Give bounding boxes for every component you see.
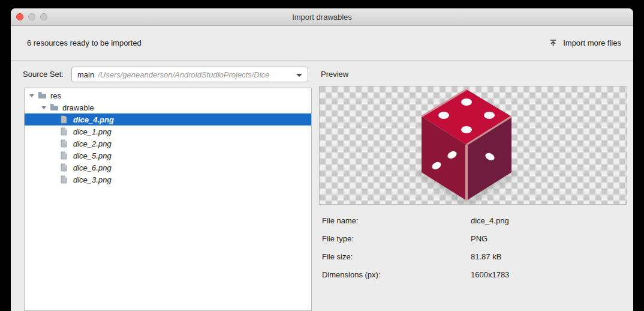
resources-status-text: 6 resources ready to be imported bbox=[27, 38, 142, 47]
image-preview-panel bbox=[319, 86, 627, 205]
tree-item-dice-2[interactable]: dice_2.png bbox=[25, 137, 311, 149]
tree-item-label: dice_4.png bbox=[73, 115, 114, 124]
folder-icon bbox=[50, 103, 59, 112]
chevron-down-icon bbox=[296, 74, 302, 77]
file-icon bbox=[61, 151, 70, 160]
file-size-value: 81.87 kB bbox=[471, 252, 501, 261]
source-set-selected-name: main bbox=[77, 70, 94, 79]
tree-item-dice-6[interactable]: dice_6.png bbox=[25, 162, 311, 174]
file-name-value: dice_4.png bbox=[471, 216, 509, 225]
dice-preview-image bbox=[414, 86, 519, 205]
import-more-files-label: Import more files bbox=[563, 38, 621, 47]
file-type-label: File type: bbox=[322, 234, 471, 243]
header-row: 6 resources ready to be imported Import … bbox=[11, 26, 633, 61]
tree-item-res[interactable]: res bbox=[25, 89, 311, 101]
import-arrow-up-icon bbox=[549, 39, 557, 47]
file-info-row: File size: 81.87 kB bbox=[322, 247, 622, 265]
folder-icon bbox=[38, 91, 47, 100]
file-icon bbox=[61, 175, 70, 184]
file-size-label: File size: bbox=[322, 252, 471, 261]
tree-item-label: dice_5.png bbox=[73, 151, 112, 160]
tree-item-dice-3[interactable]: dice_3.png bbox=[25, 174, 311, 186]
import-drawables-dialog: Import drawables 6 resources ready to be… bbox=[11, 8, 633, 311]
dimensions-label: Dimensions (px): bbox=[322, 270, 471, 279]
tree-item-dice-1[interactable]: dice_1.png bbox=[25, 125, 311, 137]
file-icon bbox=[61, 127, 70, 136]
expand-arrow-icon[interactable] bbox=[41, 106, 46, 109]
tree-item-label: drawable bbox=[62, 103, 94, 112]
titlebar: Import drawables bbox=[11, 8, 633, 26]
file-info-panel: File name: dice_4.png File type: PNG Fil… bbox=[322, 211, 622, 283]
dimensions-value: 1600x1783 bbox=[471, 270, 509, 279]
source-set-dropdown[interactable]: main /Users/geneanderson/AndroidStudioPr… bbox=[71, 67, 308, 82]
tree-item-label: res bbox=[50, 91, 61, 100]
file-icon bbox=[61, 115, 70, 124]
file-info-row: File type: PNG bbox=[322, 229, 622, 247]
tree-item-label: dice_3.png bbox=[73, 175, 112, 184]
tree-item-label: dice_2.png bbox=[73, 139, 112, 148]
file-icon bbox=[61, 163, 70, 172]
file-type-value: PNG bbox=[471, 234, 487, 243]
source-set-selected-path: /Users/geneanderson/AndroidStudioProject… bbox=[98, 70, 269, 79]
tree-item-drawable[interactable]: drawable bbox=[25, 101, 311, 113]
expand-arrow-icon[interactable] bbox=[29, 94, 34, 97]
tree-item-label: dice_1.png bbox=[73, 127, 112, 136]
source-set-label: Source Set: bbox=[23, 70, 64, 79]
source-set-row: Source Set: main /Users/geneanderson/And… bbox=[11, 65, 633, 85]
file-name-label: File name: bbox=[322, 216, 471, 225]
tree-item-label: dice_6.png bbox=[73, 163, 112, 172]
tree-item-dice-5[interactable]: dice_5.png bbox=[25, 149, 311, 162]
tree-item-dice-4[interactable]: dice_4.png bbox=[25, 113, 311, 125]
preview-label: Preview bbox=[321, 70, 348, 79]
import-more-files-button[interactable]: Import more files bbox=[549, 38, 621, 47]
window-title: Import drawables bbox=[11, 8, 633, 26]
file-icon bbox=[61, 139, 70, 148]
file-tree: res drawable dice_4.png bbox=[24, 88, 312, 311]
file-info-row: File name: dice_4.png bbox=[322, 211, 622, 229]
file-info-row: Dimensions (px): 1600x1783 bbox=[322, 265, 622, 283]
